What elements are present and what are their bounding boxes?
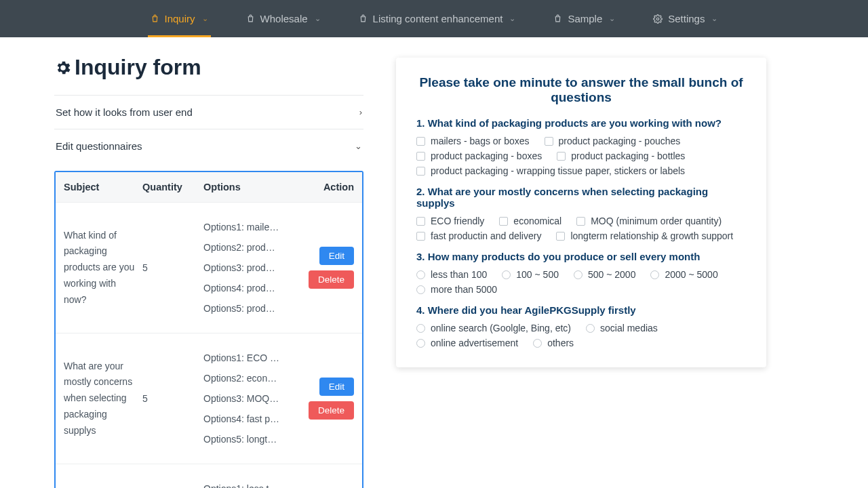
radio-option[interactable]: others: [533, 338, 574, 348]
option-text: Options2: prod…: [203, 242, 285, 253]
radio-icon: [586, 324, 595, 333]
checkbox-option[interactable]: product packaging - boxes: [416, 150, 542, 161]
nav-item-sample[interactable]: Sample⌄: [551, 0, 618, 37]
cell-quantity: [142, 483, 203, 488]
preview-card: Please take one minute to answer the sma…: [396, 58, 766, 367]
checkbox-option[interactable]: product packaging - pouches: [545, 136, 681, 146]
checkbox-icon: [557, 152, 566, 161]
option-text: Options1: less t…: [203, 483, 285, 488]
questionnaire-table: Subject Quantity Options Action What kin…: [54, 171, 363, 488]
cell-action: EditDelete: [300, 352, 354, 445]
checkbox-option[interactable]: MOQ (minimum order quantity): [576, 216, 722, 226]
cell-subject: [64, 483, 142, 488]
option-label: MOQ (minimum order quantity): [591, 216, 722, 226]
option-label: online search (Goolgle, Bing, etc): [431, 323, 571, 333]
option-text: Options3: MOQ…: [203, 393, 285, 404]
nav-item-inquiry[interactable]: Inquiry⌄: [148, 0, 211, 37]
top-nav: Inquiry⌄Wholesale⌄Listing content enhanc…: [0, 0, 868, 37]
option-label: longterm relationship & growth support: [570, 230, 733, 241]
table-row: What kind of packaging products are you …: [56, 202, 362, 333]
accordion-edit[interactable]: Edit questionnaires ⌄: [54, 129, 363, 163]
accordion-edit-label: Edit questionnaires: [56, 140, 142, 152]
option-label: online advertisement: [431, 338, 518, 348]
chevron-right-icon: ›: [359, 107, 362, 117]
radio-option[interactable]: 100 ~ 500: [502, 269, 559, 280]
cell-action: [300, 483, 354, 488]
radio-option[interactable]: less than 100: [416, 269, 487, 280]
option-label: social medias: [600, 323, 658, 333]
checkbox-icon: [499, 217, 508, 226]
checkbox-option[interactable]: product packaging - bottles: [557, 150, 685, 161]
radio-option[interactable]: online advertisement: [416, 338, 518, 348]
preview-heading: Please take one minute to answer the sma…: [416, 75, 746, 105]
checkbox-option[interactable]: economical: [499, 216, 561, 226]
accordion-preview-label: Set how it looks from user end: [56, 106, 193, 118]
checkbox-option[interactable]: fast productin and delivery: [416, 230, 541, 241]
radio-option[interactable]: 500 ~ 2000: [574, 269, 635, 280]
option-label: economical: [513, 216, 561, 226]
option-label: 2000 ~ 5000: [665, 269, 717, 280]
nav-item-label: Settings: [668, 13, 705, 24]
radio-icon: [650, 270, 659, 279]
nav-item-listing-content-enhancement[interactable]: Listing content enhancement⌄: [356, 0, 519, 37]
nav-item-wholesale[interactable]: Wholesale⌄: [243, 0, 323, 37]
cell-quantity: 5: [142, 222, 203, 314]
chevron-down-icon: ⌄: [202, 14, 208, 23]
option-label: product packaging - pouches: [559, 136, 681, 146]
radio-icon: [416, 339, 425, 348]
chevron-down-icon: ⌄: [509, 14, 515, 23]
question-title: 1. What kind of packaging products are y…: [416, 117, 746, 129]
option-label: product packaging - wrapping tissue pape…: [431, 165, 685, 176]
radio-icon: [416, 270, 425, 279]
header-quantity: Quantity: [142, 182, 203, 192]
option-label: others: [547, 338, 574, 348]
checkbox-option[interactable]: longterm relationship & growth support: [556, 230, 733, 241]
edit-button[interactable]: Edit: [319, 247, 354, 265]
checkbox-icon: [416, 232, 425, 241]
radio-icon: [416, 285, 425, 294]
checkbox-option[interactable]: ECO friendly: [416, 216, 484, 226]
delete-button[interactable]: Delete: [309, 270, 354, 289]
right-panel: Please take one minute to answer the sma…: [396, 51, 853, 488]
checkbox-icon: [416, 152, 425, 161]
checkbox-icon: [545, 137, 553, 146]
option-label: less than 100: [431, 269, 487, 280]
edit-button[interactable]: Edit: [319, 378, 354, 396]
chevron-down-icon: ⌄: [355, 141, 362, 151]
checkbox-icon: [576, 217, 585, 226]
gear-icon: [54, 59, 72, 77]
option-text: Options4: prod…: [203, 283, 285, 293]
radio-option[interactable]: social medias: [586, 323, 658, 333]
header-subject: Subject: [64, 182, 142, 192]
option-label: 500 ~ 2000: [588, 269, 635, 280]
cell-options: Options1: ECO …Options2: econ…Options3: …: [203, 352, 300, 445]
radio-icon: [533, 339, 542, 348]
option-label: more than 5000: [431, 284, 497, 295]
option-text: Options2: econ…: [203, 373, 285, 384]
nav-item-label: Wholesale: [260, 13, 308, 24]
chevron-down-icon: ⌄: [315, 14, 321, 23]
question-options: ECO friendlyeconomicalMOQ (minimum order…: [416, 216, 746, 241]
radio-option[interactable]: 2000 ~ 5000: [650, 269, 717, 280]
main-content: Inquiry form Set how it looks from user …: [0, 37, 868, 488]
chevron-down-icon: ⌄: [711, 14, 717, 23]
delete-button[interactable]: Delete: [309, 401, 354, 420]
option-label: mailers - bags or boxes: [431, 136, 530, 146]
cell-subject: What kind of packaging products are you …: [64, 222, 142, 314]
cell-subject: What are your mostly concerns when selec…: [64, 352, 142, 445]
header-action: Action: [300, 182, 354, 192]
nav-item-settings[interactable]: Settings⌄: [650, 0, 720, 37]
option-text: Options1: maile…: [203, 222, 285, 232]
nav-item-label: Inquiry: [165, 13, 195, 24]
question-options: mailers - bags or boxesproduct packaging…: [416, 136, 746, 176]
radio-option[interactable]: online search (Goolgle, Bing, etc): [416, 323, 571, 333]
checkbox-option[interactable]: mailers - bags or boxes: [416, 136, 530, 146]
radio-option[interactable]: more than 5000: [416, 284, 497, 295]
question-options: online search (Goolgle, Bing, etc)social…: [416, 323, 746, 348]
cell-quantity: 5: [142, 352, 203, 445]
option-text: Options4: fast p…: [203, 413, 285, 424]
question-title: 4. Where did you hear AgilePKGSupply fir…: [416, 304, 746, 316]
accordion-preview[interactable]: Set how it looks from user end ›: [54, 95, 363, 129]
checkbox-icon: [556, 232, 565, 241]
checkbox-option[interactable]: product packaging - wrapping tissue pape…: [416, 165, 685, 176]
